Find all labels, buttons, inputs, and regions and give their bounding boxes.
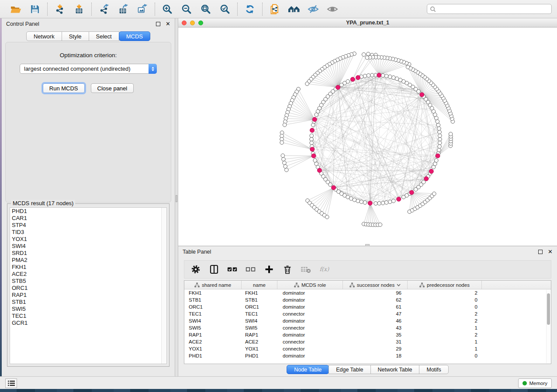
- export-network-icon[interactable]: [98, 3, 110, 15]
- mcds-result-item[interactable]: YOX1: [10, 236, 166, 243]
- selected-network-node[interactable]: [397, 197, 401, 201]
- network-node[interactable]: [282, 158, 286, 162]
- table-row[interactable]: SWI4SWI4dominator462: [184, 317, 551, 324]
- save-session-icon[interactable]: [29, 3, 41, 15]
- selected-network-node[interactable]: [429, 169, 433, 174]
- tab-style[interactable]: Style: [62, 31, 89, 41]
- hide-unhide-icon[interactable]: [307, 3, 319, 15]
- selected-network-node[interactable]: [312, 117, 317, 122]
- network-node[interactable]: [305, 82, 309, 86]
- tab-node-table[interactable]: Node Table: [287, 365, 329, 374]
- mcds-result-item[interactable]: PHD1: [10, 208, 166, 215]
- split-columns-icon[interactable]: [209, 264, 219, 275]
- network-node[interactable]: [315, 113, 318, 117]
- mcds-result-item[interactable]: ORC1: [10, 285, 166, 292]
- selected-network-node[interactable]: [317, 168, 322, 172]
- zoom-fit-icon[interactable]: [200, 3, 212, 15]
- column-header-shared-name[interactable]: shared name: [184, 281, 242, 289]
- table-row[interactable]: YOX1YOX1connector291: [184, 345, 551, 352]
- mcds-result-item[interactable]: SWI4: [10, 243, 166, 250]
- table-scrollbar[interactable]: [546, 290, 550, 363]
- zoom-out-icon[interactable]: [180, 3, 193, 15]
- tab-network-table[interactable]: Network Table: [370, 365, 420, 374]
- export-image-icon[interactable]: [136, 3, 149, 15]
- mcds-result-item[interactable]: STB5: [10, 278, 166, 285]
- settings-gear-icon[interactable]: [190, 264, 201, 275]
- network-node[interactable]: [438, 130, 442, 134]
- network-node[interactable]: [381, 74, 385, 78]
- network-node[interactable]: [329, 183, 332, 187]
- table-row[interactable]: ACE2ACE2connector311: [184, 338, 551, 345]
- mcds-list-scrollbar[interactable]: [161, 208, 166, 364]
- network-node[interactable]: [406, 65, 410, 69]
- network-node[interactable]: [325, 215, 329, 219]
- network-node[interactable]: [360, 200, 363, 204]
- run-mcds-button[interactable]: Run MCDS: [43, 83, 85, 93]
- mcds-result-item[interactable]: PMA2: [10, 257, 166, 264]
- mcds-result-item[interactable]: TEC1: [10, 313, 166, 320]
- network-node[interactable]: [353, 198, 356, 202]
- close-panel-button[interactable]: Close panel: [91, 83, 134, 93]
- zoom-selected-icon[interactable]: [219, 3, 231, 15]
- network-node[interactable]: [438, 144, 442, 148]
- table-row[interactable]: PHD1PHD1dominator180: [184, 352, 551, 359]
- show-details-icon[interactable]: [326, 3, 339, 15]
- optimization-criterion-select[interactable]: largest connected component (undirected): [20, 64, 157, 74]
- mcds-result-item[interactable]: FKH1: [10, 264, 166, 271]
- network-node[interactable]: [435, 158, 439, 162]
- network-node[interactable]: [395, 77, 399, 81]
- open-session-icon[interactable]: [10, 3, 22, 15]
- mcds-result-item[interactable]: SRD1: [10, 250, 166, 257]
- network-node[interactable]: [438, 141, 442, 145]
- network-node[interactable]: [362, 53, 366, 57]
- tab-network[interactable]: Network: [26, 31, 62, 41]
- network-graph[interactable]: [178, 28, 557, 246]
- network-node[interactable]: [377, 202, 381, 206]
- network-canvas[interactable]: [178, 28, 557, 246]
- network-node[interactable]: [432, 192, 436, 196]
- horizontal-splitter-grip[interactable]: [365, 244, 370, 246]
- zoom-in-icon[interactable]: [161, 3, 173, 15]
- network-node[interactable]: [437, 148, 441, 152]
- network-node[interactable]: [391, 199, 395, 203]
- search-box[interactable]: [427, 4, 552, 14]
- tab-motifs[interactable]: Motifs: [419, 365, 448, 374]
- home-pages-icon[interactable]: [288, 3, 300, 15]
- search-input[interactable]: [438, 4, 551, 14]
- tab-edge-table[interactable]: Edge Table: [329, 365, 370, 374]
- close-panel-icon[interactable]: ✕: [166, 22, 170, 26]
- selected-network-node[interactable]: [332, 186, 336, 190]
- float-panel-icon[interactable]: [156, 22, 160, 26]
- close-table-panel-icon[interactable]: ✕: [548, 250, 553, 254]
- network-node[interactable]: [340, 83, 344, 87]
- network-node[interactable]: [438, 138, 442, 141]
- selected-network-node[interactable]: [310, 128, 314, 133]
- export-table-icon[interactable]: [117, 3, 129, 15]
- network-node[interactable]: [391, 76, 395, 79]
- network-node[interactable]: [438, 134, 442, 138]
- network-node[interactable]: [281, 154, 285, 158]
- column-header-MCDS-role[interactable]: MCDS role: [277, 281, 343, 289]
- network-node[interactable]: [283, 161, 287, 165]
- add-column-icon[interactable]: [264, 264, 274, 275]
- selected-network-node[interactable]: [420, 93, 424, 97]
- table-row[interactable]: TEC1TEC1connector472: [184, 310, 551, 317]
- vertical-splitter[interactable]: [175, 18, 178, 376]
- tab-select[interactable]: Select: [89, 31, 119, 41]
- mcds-result-item[interactable]: CAR1: [10, 215, 166, 222]
- network-node[interactable]: [310, 138, 314, 141]
- network-node[interactable]: [437, 127, 441, 131]
- column-header-predecessor-nodes[interactable]: predecessor nodes: [408, 281, 482, 289]
- network-node[interactable]: [370, 73, 374, 77]
- selected-network-node[interactable]: [424, 177, 429, 181]
- table-row[interactable]: STB1STB1dominator620: [184, 296, 551, 303]
- network-file-share-icon[interactable]: [269, 3, 281, 15]
- network-node[interactable]: [365, 56, 369, 60]
- mcds-result-item[interactable]: GCR1: [10, 320, 166, 327]
- task-history-button[interactable]: [5, 378, 17, 388]
- table-scrollbar-thumb[interactable]: [547, 293, 550, 325]
- splitter-grip[interactable]: [176, 195, 177, 202]
- mcds-result-item[interactable]: STB1: [10, 299, 166, 306]
- column-header-name[interactable]: name: [242, 281, 277, 289]
- mcds-result-item[interactable]: RAP1: [10, 292, 166, 299]
